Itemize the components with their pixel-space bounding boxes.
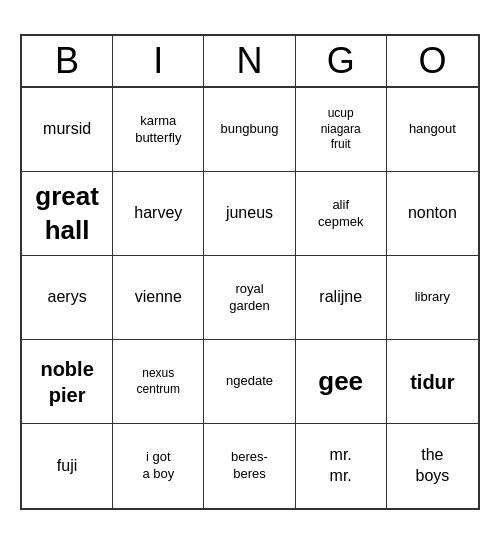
cell-r2-c1: vienne: [113, 256, 204, 340]
bingo-header: BINGO: [22, 36, 478, 88]
cell-r3-c0: noblepier: [22, 340, 113, 424]
cell-r0-c2: bungbung: [204, 88, 295, 172]
cell-text: bungbung: [221, 121, 279, 138]
cell-r0-c1: karmabutterfly: [113, 88, 204, 172]
cell-r4-c3: mr.mr.: [296, 424, 387, 508]
header-letter: G: [296, 36, 387, 86]
cell-text: juneus: [226, 203, 273, 224]
cell-r2-c4: library: [387, 256, 478, 340]
cell-r1-c3: alifcepmek: [296, 172, 387, 256]
cell-text: vienne: [135, 287, 182, 308]
header-letter: N: [204, 36, 295, 86]
cell-text: library: [415, 289, 450, 306]
cell-r3-c4: tidur: [387, 340, 478, 424]
bingo-grid: mursidkarmabutterflybungbungucupniagaraf…: [22, 88, 478, 508]
cell-text: alifcepmek: [318, 197, 364, 231]
cell-text: ngedate: [226, 373, 273, 390]
cell-r2-c0: aerys: [22, 256, 113, 340]
cell-text: karmabutterfly: [135, 113, 181, 147]
cell-text: hangout: [409, 121, 456, 138]
cell-text: ucupniagarafruit: [321, 106, 361, 153]
cell-text: noblepier: [40, 356, 93, 408]
cell-text: ralijne: [319, 287, 362, 308]
cell-text: royalgarden: [229, 281, 269, 315]
cell-text: gee: [318, 365, 363, 399]
bingo-card: BINGO mursidkarmabutterflybungbungucupni…: [20, 34, 480, 510]
cell-text: fuji: [57, 456, 77, 477]
header-letter: I: [113, 36, 204, 86]
cell-r1-c2: juneus: [204, 172, 295, 256]
header-letter: O: [387, 36, 478, 86]
cell-r3-c1: nexuscentrum: [113, 340, 204, 424]
cell-r1-c1: harvey: [113, 172, 204, 256]
cell-text: mursid: [43, 119, 91, 140]
cell-r1-c0: greathall: [22, 172, 113, 256]
header-letter: B: [22, 36, 113, 86]
cell-text: harvey: [134, 203, 182, 224]
cell-text: beres-beres: [231, 449, 268, 483]
cell-r2-c2: royalgarden: [204, 256, 295, 340]
cell-r2-c3: ralijne: [296, 256, 387, 340]
cell-text: nexuscentrum: [137, 366, 180, 397]
cell-text: nonton: [408, 203, 457, 224]
cell-r0-c0: mursid: [22, 88, 113, 172]
cell-r4-c2: beres-beres: [204, 424, 295, 508]
cell-r4-c4: theboys: [387, 424, 478, 508]
cell-text: i gota boy: [142, 449, 174, 483]
cell-text: mr.mr.: [330, 445, 352, 487]
cell-r0-c4: hangout: [387, 88, 478, 172]
cell-text: tidur: [410, 369, 454, 395]
cell-r1-c4: nonton: [387, 172, 478, 256]
cell-text: theboys: [415, 445, 449, 487]
cell-text: greathall: [35, 180, 99, 248]
cell-text: aerys: [48, 287, 87, 308]
cell-r4-c0: fuji: [22, 424, 113, 508]
cell-r4-c1: i gota boy: [113, 424, 204, 508]
cell-r0-c3: ucupniagarafruit: [296, 88, 387, 172]
cell-r3-c3: gee: [296, 340, 387, 424]
cell-r3-c2: ngedate: [204, 340, 295, 424]
